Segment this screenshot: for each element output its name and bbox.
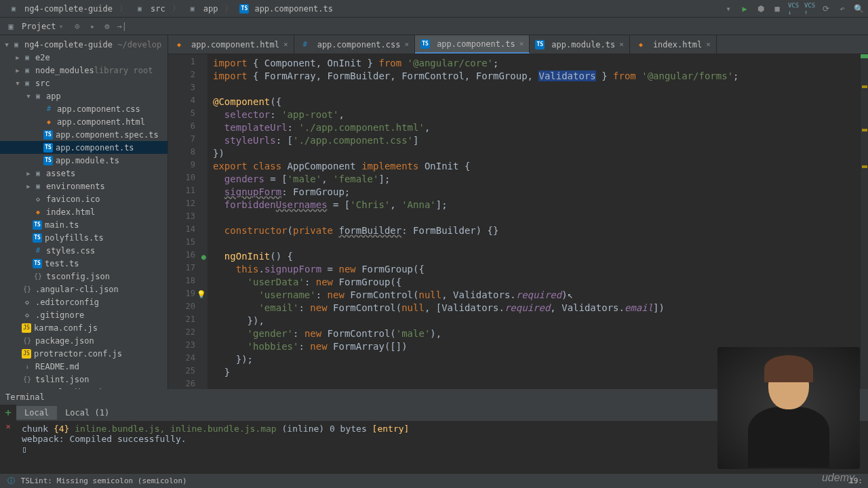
ts-icon: TS — [239, 4, 249, 14]
ts-icon: TS — [535, 40, 545, 49]
tree-item[interactable]: {}package.json — [0, 334, 167, 347]
hide-icon[interactable]: →| — [117, 21, 127, 32]
line-number-gutter[interactable]: 12345678910111213141516●171819💡202122232… — [168, 54, 208, 389]
add-terminal-icon[interactable]: + — [5, 406, 12, 419]
tree-item[interactable]: ▼▣src — [0, 77, 167, 89]
tree-item[interactable]: ◇.editorconfig — [0, 296, 167, 308]
json-icon: {} — [22, 374, 33, 385]
collapse-icon[interactable]: ⊙ — [72, 21, 83, 32]
chevron-icon[interactable]: ▶ — [14, 54, 22, 61]
folder-icon: ▣ — [11, 39, 22, 50]
file-icon: ◇ — [33, 194, 43, 205]
terminal-tab[interactable]: Local — [16, 406, 57, 420]
ts-icon: TS — [33, 220, 42, 230]
chevron-icon[interactable]: ▼ — [24, 93, 33, 100]
close-icon[interactable]: × — [706, 40, 711, 49]
tree-item[interactable]: JSkarma.conf.js — [0, 321, 167, 334]
breadcrumb-item[interactable]: ▣src — [130, 2, 170, 16]
chevron-right-icon: 〉 — [172, 3, 180, 14]
folder-icon: ▣ — [134, 3, 145, 14]
tree-item[interactable]: ▶▣e2e — [0, 51, 167, 64]
chevron-right-icon: 〉 — [119, 3, 127, 14]
tree-item[interactable]: ◇.gitignore — [0, 308, 167, 321]
search-icon[interactable]: 🔍 — [853, 3, 864, 14]
json-icon: {} — [22, 336, 33, 346]
project-dropdown[interactable]: Project ▾ — [22, 22, 64, 31]
close-icon[interactable]: × — [519, 39, 524, 48]
tree-item[interactable]: TSmain.ts — [0, 218, 167, 231]
tree-item[interactable]: #styles.css — [0, 244, 167, 257]
tree-root[interactable]: ▼ ▣ ng4-complete-guide ~/develop — [0, 38, 167, 51]
tree-item[interactable]: TSapp.component.ts — [0, 141, 167, 154]
editor-tab[interactable]: ◆app.component.html× — [168, 35, 294, 54]
folder-icon: ▣ — [8, 3, 19, 14]
chevron-icon[interactable]: ▼ — [14, 80, 22, 87]
terminal-title: Terminal — [5, 392, 45, 402]
tree-item[interactable]: TSapp.module.ts — [0, 154, 167, 167]
close-icon[interactable]: × — [405, 40, 410, 49]
terminal-tab[interactable]: Local (1) — [57, 406, 117, 420]
chevron-down-icon[interactable]: ▼ — [3, 41, 11, 48]
html-icon: ◆ — [33, 207, 43, 218]
chevron-icon[interactable]: ▶ — [14, 67, 22, 74]
tree-item[interactable]: TSapp.component.spec.ts — [0, 128, 167, 141]
debug-icon[interactable]: ⬢ — [755, 3, 766, 14]
expand-icon[interactable]: ✦ — [87, 21, 98, 32]
tree-item[interactable]: ◆index.html — [0, 205, 167, 218]
sync-icon[interactable]: ⟳ — [821, 3, 831, 14]
tree-item[interactable]: ◇favicon.ico — [0, 192, 167, 205]
folder-icon: ▣ — [22, 52, 33, 63]
close-terminal-icon[interactable]: ✕ — [5, 422, 10, 431]
folder-icon: ▣ — [33, 91, 43, 102]
tree-item[interactable]: TStest.ts — [0, 257, 167, 270]
breadcrumb-item[interactable]: ▣ng4-complete-guide — [4, 2, 117, 16]
tree-item[interactable]: ▶▣node_modules library root — [0, 64, 167, 77]
tree-item[interactable]: {}tslint.json — [0, 373, 167, 386]
css-icon: # — [33, 245, 43, 256]
css-icon: # — [43, 104, 54, 115]
tree-item[interactable]: ◆app.component.html — [0, 115, 167, 128]
tree-item[interactable]: ▶▣environments — [0, 180, 167, 192]
tree-item[interactable]: TSpolyfills.ts — [0, 231, 167, 244]
folder-icon: ▣ — [22, 78, 33, 89]
chevron-icon[interactable]: ▶ — [24, 170, 33, 177]
tree-item[interactable]: JSprotractor.conf.js — [0, 347, 167, 360]
tree-item[interactable]: ▶▣assets — [0, 167, 167, 180]
code-editor[interactable]: import { Component, OnInit } from '@angu… — [208, 54, 860, 389]
undo-icon[interactable]: ↶ — [837, 3, 848, 14]
stop-icon[interactable]: ■ — [772, 3, 783, 14]
run-icon[interactable]: ▶ — [739, 3, 750, 14]
chevron-icon[interactable]: ▶ — [24, 183, 33, 190]
editor-tab[interactable]: TSapp.component.ts× — [415, 35, 530, 54]
close-icon[interactable]: × — [619, 40, 624, 49]
tree-item[interactable]: ↓README.md — [0, 360, 167, 373]
editor-tab[interactable]: TSapp.module.ts× — [530, 35, 630, 54]
tree-item[interactable]: {}.angular-cli.json — [0, 283, 167, 296]
js-icon: JS — [22, 349, 31, 359]
error-stripe[interactable] — [860, 54, 868, 389]
editor-tab[interactable]: ◆index.html× — [630, 35, 717, 54]
file-icon: ◇ — [22, 310, 33, 321]
html-icon: ◆ — [635, 39, 646, 50]
vcs-icon[interactable]: VCS↑ — [804, 3, 815, 14]
tree-item[interactable]: ▼▣app — [0, 89, 167, 102]
breadcrumb: ▣ng4-complete-guide 〉 ▣src 〉 ▣app 〉 TSap… — [4, 2, 337, 16]
tree-item[interactable]: #app.component.css — [0, 102, 167, 115]
breadcrumb-item[interactable]: ▣app — [183, 2, 222, 16]
ts-icon: TS — [33, 259, 42, 268]
vcs-icon[interactable]: VCS↓ — [788, 3, 799, 14]
tree-item[interactable]: {}tsconfig.json — [0, 270, 167, 283]
run-config-dropdown[interactable]: ▾ — [723, 3, 734, 14]
project-icon: ▣ — [5, 21, 16, 32]
chevron-right-icon: 〉 — [224, 3, 233, 14]
breadcrumb-item[interactable]: TSapp.component.ts — [235, 3, 337, 15]
ts-icon: TS — [420, 39, 430, 49]
editor-tab[interactable]: #app.component.css× — [294, 35, 415, 54]
project-tree[interactable]: ▼ ▣ ng4-complete-guide ~/develop ▶▣e2e▶▣… — [0, 35, 168, 389]
editor-tabs: ◆app.component.html×#app.component.css×T… — [168, 35, 868, 54]
close-icon[interactable]: × — [283, 40, 288, 49]
ts-icon: TS — [43, 143, 53, 152]
project-toolbar: ▣ Project ▾ ⊙ ✦ ⚙ →| — [0, 18, 868, 35]
js-icon: JS — [22, 323, 31, 333]
settings-icon[interactable]: ⚙ — [102, 21, 113, 32]
